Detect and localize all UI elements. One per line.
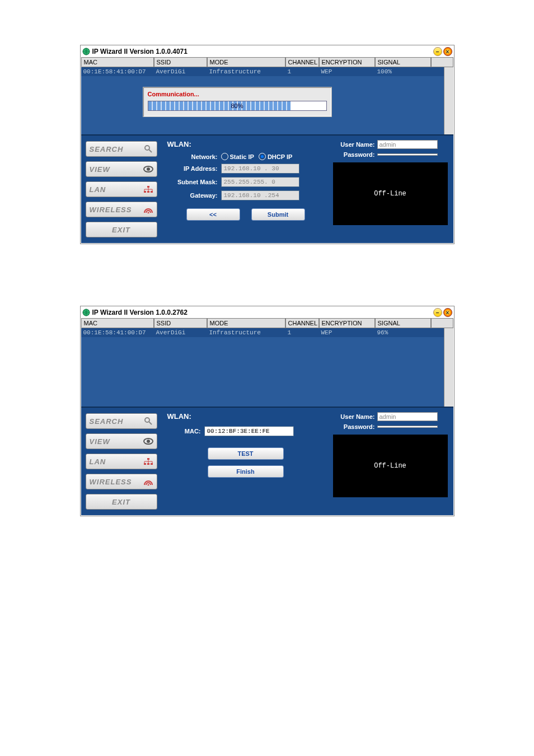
titlebar[interactable]: IP Wizard II Version 1.0.0.4071 – × bbox=[81, 46, 453, 57]
cell-mac: 00:1E:58:41:00:D7 bbox=[81, 67, 154, 76]
exit-button[interactable]: EXIT bbox=[86, 494, 157, 510]
svg-rect-7 bbox=[147, 191, 149, 193]
cell-ssid: AverDiGi bbox=[154, 328, 207, 337]
col-signal[interactable]: SIGNAL bbox=[375, 57, 431, 67]
password-input[interactable] bbox=[377, 426, 438, 428]
finish-button[interactable]: Finish bbox=[208, 465, 284, 478]
submit-button[interactable]: Submit bbox=[251, 208, 305, 221]
radio-icon bbox=[221, 153, 228, 160]
titlebar[interactable]: IP Wizard II Version 1.0.0.2762 – × bbox=[81, 307, 453, 318]
wireless-button[interactable]: WIRELESS bbox=[86, 474, 157, 489]
search-label: SEARCH bbox=[90, 417, 124, 426]
svg-point-19 bbox=[147, 484, 149, 486]
minimize-button[interactable]: – bbox=[433, 308, 442, 317]
col-mode[interactable]: MODE bbox=[207, 57, 285, 67]
col-mode[interactable]: MODE bbox=[207, 318, 285, 328]
col-encryption[interactable]: ENCRYPTION bbox=[319, 318, 375, 328]
wireless-label: WIRELESS bbox=[90, 206, 132, 214]
search-button[interactable]: SEARCH bbox=[86, 413, 157, 429]
username-input[interactable]: admin bbox=[377, 412, 438, 421]
username-label: User Name: bbox=[333, 413, 377, 420]
exit-button[interactable]: EXIT bbox=[86, 222, 157, 237]
wlan-panel: WLAN: MAC: 00:12:BF:3E:EE:FE TEST Finish bbox=[162, 408, 330, 515]
preview-status: Off-Line bbox=[374, 190, 406, 198]
svg-line-12 bbox=[149, 422, 152, 424]
col-channel[interactable]: CHANNEL bbox=[285, 318, 319, 328]
gateway-label: Gateway: bbox=[167, 192, 221, 199]
wlan-title: WLAN: bbox=[167, 140, 324, 148]
lan-button[interactable]: LAN bbox=[86, 454, 157, 469]
col-signal[interactable]: SIGNAL bbox=[375, 318, 431, 328]
svg-rect-8 bbox=[151, 191, 153, 193]
col-ssid[interactable]: SSID bbox=[154, 318, 207, 328]
wlan-panel: WLAN: Network: Static IP DHCP IP IP Addr… bbox=[162, 136, 330, 243]
preview-area: Off-Line bbox=[333, 435, 448, 497]
close-button[interactable]: × bbox=[443, 308, 452, 317]
window-1: IP Wizard II Version 1.0.0.4071 – × MAC … bbox=[80, 45, 455, 244]
subnet-mask-input[interactable]: 255.255.255. 0 bbox=[221, 177, 299, 187]
password-label: Password: bbox=[333, 151, 377, 158]
col-mac[interactable]: MAC bbox=[81, 318, 154, 328]
col-encryption[interactable]: ENCRYPTION bbox=[319, 57, 375, 67]
device-list[interactable]: 00:1E:58:41:00:D7 AverDiGi Infrastructur… bbox=[81, 67, 453, 134]
svg-point-9 bbox=[147, 212, 149, 214]
col-channel[interactable]: CHANNEL bbox=[285, 57, 319, 67]
svg-rect-6 bbox=[144, 191, 146, 193]
communication-title: Communication... bbox=[148, 91, 327, 97]
ip-address-input[interactable]: 192.168.10 . 30 bbox=[221, 164, 299, 174]
cell-encryption: WEP bbox=[319, 67, 375, 76]
cell-signal: 96% bbox=[375, 328, 431, 337]
table-row[interactable]: 00:1E:58:41:00:D7 AverDiGi Infrastructur… bbox=[81, 67, 453, 76]
wifi-icon bbox=[143, 206, 153, 213]
dhcp-ip-radio[interactable]: DHCP IP bbox=[259, 153, 292, 160]
svg-rect-15 bbox=[147, 458, 149, 460]
cell-mac: 00:1E:58:41:00:D7 bbox=[81, 328, 154, 337]
cell-channel: 1 bbox=[285, 67, 319, 76]
subnet-mask-label: Subnet Mask: bbox=[167, 179, 221, 185]
lan-label: LAN bbox=[90, 185, 106, 194]
test-button[interactable]: TEST bbox=[208, 447, 284, 460]
static-ip-radio[interactable]: Static IP bbox=[221, 153, 254, 160]
search-button[interactable]: SEARCH bbox=[86, 141, 157, 157]
view-button[interactable]: VIEW bbox=[86, 161, 157, 177]
svg-rect-5 bbox=[147, 186, 149, 188]
scrollbar[interactable] bbox=[444, 328, 453, 407]
dhcp-ip-label: DHCP IP bbox=[268, 153, 292, 160]
cell-signal: 100% bbox=[375, 67, 431, 76]
eye-icon bbox=[143, 437, 153, 445]
gateway-input[interactable]: 192.168.10 .254 bbox=[221, 190, 299, 200]
view-label: VIEW bbox=[90, 437, 110, 446]
cell-mode: Infrastructure bbox=[207, 328, 285, 337]
close-button[interactable]: × bbox=[443, 47, 452, 56]
network-icon bbox=[143, 185, 153, 193]
sidebar: SEARCH VIEW LAN WIRELESS EXIT bbox=[81, 136, 162, 243]
col-spacer bbox=[431, 57, 453, 67]
window-2: IP Wizard II Version 1.0.0.2762 – × MAC … bbox=[80, 306, 455, 516]
lan-button[interactable]: LAN bbox=[86, 181, 157, 197]
back-button[interactable]: << bbox=[186, 208, 240, 221]
username-input[interactable]: admin bbox=[377, 140, 438, 149]
col-mac[interactable]: MAC bbox=[81, 57, 154, 67]
ip-address-label: IP Address: bbox=[167, 165, 221, 172]
svg-point-11 bbox=[145, 418, 149, 422]
scrollbar[interactable] bbox=[444, 67, 453, 134]
col-ssid[interactable]: SSID bbox=[154, 57, 207, 67]
search-icon bbox=[143, 417, 153, 425]
view-label: VIEW bbox=[90, 165, 110, 174]
network-icon bbox=[143, 458, 153, 465]
eye-icon bbox=[143, 165, 153, 173]
password-input[interactable] bbox=[377, 153, 438, 156]
view-button[interactable]: VIEW bbox=[86, 433, 157, 449]
mac-input[interactable]: 00:12:BF:3E:EE:FE bbox=[204, 426, 294, 436]
device-list[interactable]: 00:1E:58:41:00:D7 AverDiGi Infrastructur… bbox=[81, 328, 453, 407]
wireless-button[interactable]: WIRELESS bbox=[86, 202, 157, 217]
svg-rect-17 bbox=[147, 463, 149, 465]
minimize-button[interactable]: – bbox=[433, 47, 442, 56]
cell-encryption: WEP bbox=[319, 328, 375, 337]
static-ip-label: Static IP bbox=[230, 153, 254, 160]
communication-dialog: Communication... 80% bbox=[143, 87, 332, 117]
cell-mode: Infrastructure bbox=[207, 67, 285, 76]
table-row[interactable]: 00:1E:58:41:00:D7 AverDiGi Infrastructur… bbox=[81, 328, 453, 337]
search-icon bbox=[143, 145, 153, 153]
svg-rect-16 bbox=[144, 463, 146, 465]
